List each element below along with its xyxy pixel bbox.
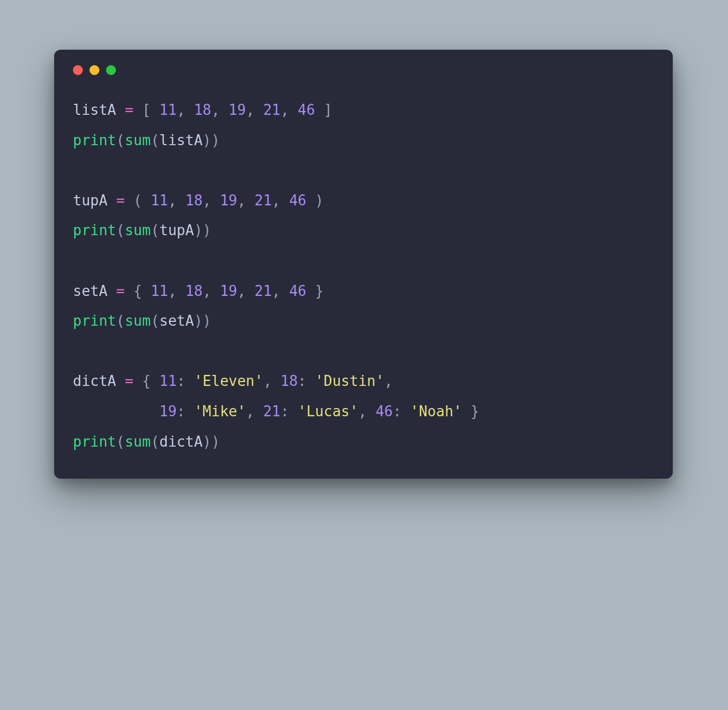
- code-token: 19: [229, 102, 246, 118]
- code-token: ,: [263, 373, 280, 389]
- code-token: :: [298, 373, 315, 389]
- code-token: )): [194, 222, 211, 239]
- code-line: print(sum(tupA)): [73, 222, 212, 239]
- code-token: setA: [160, 312, 194, 329]
- code-token: =: [125, 373, 134, 389]
- code-token: ,: [168, 192, 185, 209]
- code-token: :: [177, 403, 194, 420]
- zoom-icon[interactable]: [106, 65, 116, 75]
- code-token: [108, 192, 117, 209]
- code-token: 21: [255, 192, 272, 209]
- code-token: (: [151, 312, 160, 329]
- code-line: dictA = { 11: 'Eleven', 18: 'Dustin',: [73, 373, 393, 389]
- code-token: :: [281, 403, 298, 420]
- code-token: setA: [73, 283, 108, 299]
- code-token: 46: [376, 403, 393, 420]
- code-token: 18: [194, 102, 211, 118]
- code-token: }: [307, 283, 324, 299]
- code-token: {: [125, 283, 151, 299]
- code-line: print(sum(setA)): [73, 312, 212, 329]
- code-token: (: [151, 433, 160, 450]
- code-token: 18: [281, 373, 298, 389]
- code-token: 'Lucas': [298, 403, 358, 420]
- code-token: print: [73, 433, 116, 450]
- code-token: 11: [160, 102, 177, 118]
- code-token: ,: [272, 283, 289, 299]
- close-icon[interactable]: [73, 65, 83, 75]
- code-token: (: [125, 192, 151, 209]
- code-token: 18: [186, 192, 203, 209]
- code-token: ,: [237, 283, 254, 299]
- code-token: 19: [220, 192, 237, 209]
- code-token: [: [134, 102, 160, 118]
- code-token: )): [203, 433, 220, 450]
- code-block: listA = [ 11, 18, 19, 21, 46 ] print(sum…: [73, 95, 654, 457]
- code-line: 19: 'Mike', 21: 'Lucas', 46: 'Noah' }: [73, 403, 479, 420]
- code-token: [108, 283, 117, 299]
- code-token: 'Eleven': [194, 373, 263, 389]
- code-token: sum: [125, 433, 151, 450]
- code-token: 'Noah': [410, 403, 462, 420]
- code-token: 19: [220, 283, 237, 299]
- code-token: (: [151, 222, 160, 239]
- code-token: =: [125, 102, 134, 118]
- code-token: ,: [177, 102, 194, 118]
- code-token: 11: [151, 283, 168, 299]
- code-token: ,: [281, 102, 298, 118]
- code-token: listA: [160, 132, 203, 149]
- code-token: {: [134, 373, 160, 389]
- code-token: 18: [186, 283, 203, 299]
- code-token: (: [116, 433, 125, 450]
- code-token: 21: [255, 283, 272, 299]
- code-token: )): [194, 312, 211, 329]
- code-token: tupA: [73, 192, 108, 209]
- code-token: dictA: [73, 373, 116, 389]
- code-token: }: [462, 403, 479, 420]
- code-token: ,: [203, 283, 220, 299]
- code-line: listA = [ 11, 18, 19, 21, 46 ]: [73, 102, 333, 118]
- code-token: :: [393, 403, 410, 420]
- code-token: print: [73, 312, 116, 329]
- window-traffic-lights: [73, 65, 654, 75]
- code-token: ]: [315, 102, 332, 118]
- code-token: ): [307, 192, 324, 209]
- code-line: tupA = ( 11, 18, 19, 21, 46 ): [73, 192, 324, 209]
- code-token: )): [203, 132, 220, 149]
- code-token: ,: [203, 192, 220, 209]
- code-token: 'Dustin': [315, 373, 384, 389]
- code-token: 46: [289, 283, 306, 299]
- code-token: ,: [168, 283, 185, 299]
- code-token: [116, 102, 125, 118]
- code-token: ,: [246, 403, 263, 420]
- code-token: (: [116, 312, 125, 329]
- code-token: [73, 403, 160, 420]
- code-token: ,: [237, 192, 254, 209]
- code-token: ,: [246, 102, 263, 118]
- code-token: 46: [298, 102, 315, 118]
- code-token: :: [177, 373, 194, 389]
- code-token: ,: [358, 403, 376, 420]
- code-token: tupA: [160, 222, 194, 239]
- code-token: ,: [384, 373, 393, 389]
- code-token: ,: [272, 192, 289, 209]
- code-token: (: [151, 132, 160, 149]
- code-token: listA: [73, 102, 116, 118]
- code-token: 'Mike': [194, 403, 246, 420]
- code-window: listA = [ 11, 18, 19, 21, 46 ] print(sum…: [54, 50, 673, 479]
- code-token: dictA: [160, 433, 203, 450]
- code-token: print: [73, 132, 116, 149]
- code-token: 46: [289, 192, 306, 209]
- code-line: setA = { 11, 18, 19, 21, 46 }: [73, 283, 324, 299]
- code-token: 19: [160, 403, 177, 420]
- code-token: 21: [263, 403, 280, 420]
- code-line: print(sum(listA)): [73, 132, 220, 149]
- code-token: =: [116, 192, 125, 209]
- code-token: =: [116, 283, 125, 299]
- minimize-icon[interactable]: [89, 65, 99, 75]
- code-token: sum: [125, 312, 151, 329]
- code-token: ,: [212, 102, 229, 118]
- code-token: 11: [160, 373, 177, 389]
- code-token: sum: [125, 222, 151, 239]
- code-token: sum: [125, 132, 151, 149]
- code-token: 11: [151, 192, 168, 209]
